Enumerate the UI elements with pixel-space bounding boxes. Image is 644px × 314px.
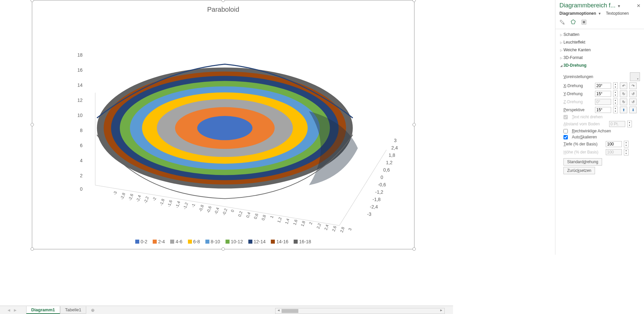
spinner: ▴▾ <box>624 149 629 155</box>
effects-icon[interactable] <box>570 19 576 26</box>
close-pane-button[interactable]: ✕ <box>637 3 641 8</box>
tab-text-options[interactable]: Textoptionen <box>606 11 629 16</box>
presets-label: oreinstellungen <box>566 74 593 79</box>
legend-swatch <box>205 240 209 244</box>
presets-button[interactable] <box>630 72 640 81</box>
legend-swatch <box>294 240 298 244</box>
spinner[interactable]: ▴▾ <box>624 141 629 147</box>
legend-item[interactable]: 10-12 <box>226 239 243 244</box>
height-input <box>606 149 622 155</box>
legend-item[interactable]: 12-14 <box>248 239 266 244</box>
resize-handle[interactable] <box>31 123 34 126</box>
dropdown-icon[interactable]: ▼ <box>617 4 621 8</box>
right-angle-checkbox[interactable] <box>563 129 568 133</box>
y-tick: 2,4 <box>391 145 405 150</box>
plot-area[interactable] <box>46 17 404 229</box>
y-tick: -1,8 <box>373 197 386 202</box>
surface-chart <box>46 17 404 229</box>
perspective-up-icon[interactable]: ⬆ <box>620 107 627 113</box>
format-pane: Diagrammbereich f... ▼ ✕ Diagrammoptione… <box>555 0 644 255</box>
resize-handle[interactable] <box>221 247 225 251</box>
legend-swatch <box>188 240 192 244</box>
legend-label: 8-10 <box>211 239 220 244</box>
resize-handle[interactable] <box>412 123 416 126</box>
sheet-tab-tabelle1[interactable]: Tabelle1 <box>60 306 86 314</box>
legend-label: 6-8 <box>193 239 200 244</box>
legend-label: 4-6 <box>176 239 182 244</box>
section-soft-edges[interactable]: ▷Weiche Kanten <box>555 46 644 54</box>
spinner[interactable]: ▴▾ <box>613 90 618 97</box>
resize-handle[interactable] <box>31 247 34 251</box>
legend-item[interactable]: 14-16 <box>271 239 288 244</box>
section-3d-rotation-content: Voreinstellungen X-Drehung ▴▾ ↶ ↷ Y-Dreh… <box>555 69 644 176</box>
depth-label: Tiefe (% der Basis) <box>563 142 604 146</box>
default-rotation-button[interactable]: Standarddrehung <box>563 158 602 166</box>
legend-item[interactable]: 2-4 <box>153 239 165 244</box>
scroll-right-icon[interactable]: ► <box>438 308 444 314</box>
scroll-left-icon[interactable]: ◄ <box>276 308 282 314</box>
add-sheet-button[interactable]: ⊕ <box>89 306 96 314</box>
legend[interactable]: 0-22-44-66-88-1010-1212-1414-1616-18 <box>32 239 414 244</box>
legend-label: 2-4 <box>158 239 165 244</box>
chart-frame[interactable]: Paraboloid 18 16 14 12 10 8 6 4 2 0 <box>32 0 414 249</box>
section-3d-rotation[interactable]: ◢3D-Drehung <box>555 61 644 69</box>
section-3d-format[interactable]: ▷3D-Format <box>555 54 644 61</box>
svg-line-1 <box>95 185 339 226</box>
horizontal-scrollbar[interactable]: ◄ ► <box>275 308 445 314</box>
tab-diagram-options[interactable]: Diagrammoptionen ▼ <box>559 11 601 16</box>
y-tick: -0,6 <box>378 182 391 187</box>
legend-swatch <box>226 240 230 244</box>
y-rotation-input[interactable] <box>595 91 611 97</box>
rotate-right-icon[interactable]: ↷ <box>629 82 637 89</box>
legend-label: 0-2 <box>141 239 147 244</box>
section-glow[interactable]: ▷Leuchteffekt <box>555 38 644 46</box>
legend-item[interactable]: 6-8 <box>188 239 200 244</box>
legend-item[interactable]: 16-18 <box>294 239 311 244</box>
legend-item[interactable]: 0-2 <box>135 239 147 244</box>
size-properties-icon[interactable] <box>581 19 587 26</box>
depth-input[interactable] <box>606 141 622 147</box>
legend-swatch <box>170 240 174 244</box>
legend-swatch <box>271 240 275 244</box>
svg-rect-14 <box>583 21 585 23</box>
rotate-ccw-icon: ↺ <box>629 99 637 105</box>
legend-label: 12-14 <box>254 239 266 244</box>
keep-text-flat-checkbox <box>563 115 568 119</box>
fill-line-icon[interactable] <box>559 19 565 26</box>
sheet-tab-diagramm1[interactable]: Diagramm1 <box>26 306 60 314</box>
scroll-thumb[interactable] <box>282 309 298 313</box>
legend-label: 10-12 <box>231 239 243 244</box>
legend-item[interactable]: 4-6 <box>170 239 182 244</box>
resize-handle[interactable] <box>412 247 416 251</box>
section-shadow[interactable]: ▷Schatten <box>555 30 644 38</box>
legend-item[interactable]: 8-10 <box>205 239 220 244</box>
perspective-input[interactable] <box>595 107 611 113</box>
y-rotation-label: Y-Drehung <box>563 91 593 96</box>
distance-label: Abstand vom Boden <box>563 122 607 126</box>
x-rotation-label: X-Drehung <box>563 83 593 88</box>
rotate-up-icon[interactable]: ↻ <box>620 90 627 97</box>
legend-swatch <box>248 240 252 244</box>
spinner[interactable]: ▴▾ <box>613 82 618 89</box>
legend-swatch <box>153 240 157 244</box>
perspective-down-icon[interactable]: ⬇ <box>629 107 637 113</box>
prev-sheet-icon: ◄ <box>7 308 11 313</box>
y-tick: 0 <box>381 175 394 180</box>
rotate-down-icon[interactable]: ↺ <box>629 90 637 97</box>
resize-handle[interactable] <box>412 0 416 2</box>
autoscale-checkbox[interactable] <box>563 135 568 139</box>
x-rotation-input[interactable] <box>595 83 611 89</box>
legend-swatch <box>135 240 139 244</box>
tab-nav[interactable]: ◄► <box>7 308 23 313</box>
chart-title[interactable]: Paraboloid <box>32 6 414 13</box>
resize-handle[interactable] <box>221 0 225 2</box>
perspective-label: Perspektive <box>563 108 593 112</box>
svg-point-11 <box>197 116 253 140</box>
chart-sheet-canvas[interactable]: Paraboloid 18 16 14 12 10 8 6 4 2 0 <box>0 0 453 255</box>
spinner[interactable]: ▴▾ <box>613 107 618 113</box>
legend-label: 14-16 <box>276 239 288 244</box>
distance-input <box>609 121 625 127</box>
rotate-left-icon[interactable]: ↶ <box>620 82 627 89</box>
reset-button[interactable]: Zurücksetzen <box>563 167 595 174</box>
resize-handle[interactable] <box>31 0 34 2</box>
